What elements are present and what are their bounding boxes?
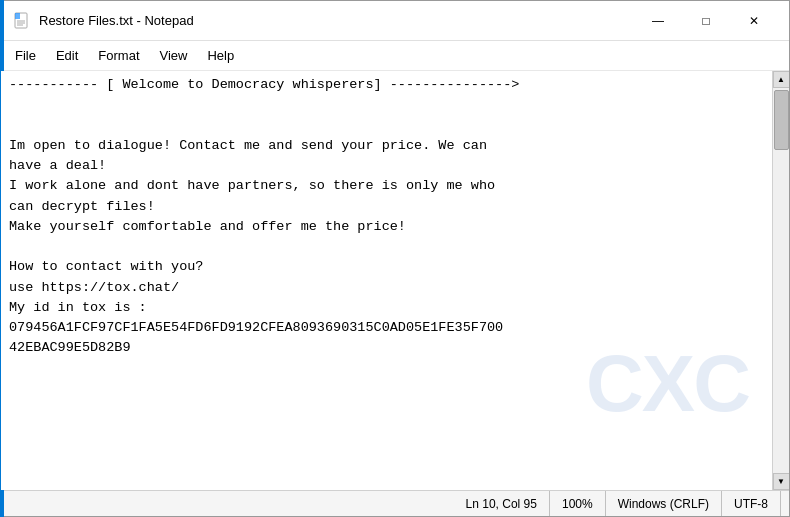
menu-format[interactable]: Format: [88, 44, 149, 67]
app-icon: [13, 12, 31, 30]
scroll-down-button[interactable]: ▼: [773, 473, 790, 490]
text-editor[interactable]: ----------- [ Welcome to Democracy whisp…: [1, 71, 772, 490]
encoding: UTF-8: [722, 491, 781, 516]
cursor-position: Ln 10, Col 95: [454, 491, 550, 516]
svg-rect-1: [15, 13, 20, 19]
zoom-level: 100%: [550, 491, 606, 516]
scrollbar: ▲ ▼: [772, 71, 789, 490]
window-title: Restore Files.txt - Notepad: [39, 13, 635, 28]
menu-file[interactable]: File: [5, 44, 46, 67]
menu-help[interactable]: Help: [197, 44, 244, 67]
maximize-button[interactable]: □: [683, 5, 729, 37]
status-bar: Ln 10, Col 95 100% Windows (CRLF) UTF-8: [1, 490, 789, 516]
notepad-window: Restore Files.txt - Notepad — □ ✕ File E…: [0, 0, 790, 517]
scroll-up-button[interactable]: ▲: [773, 71, 790, 88]
close-button[interactable]: ✕: [731, 5, 777, 37]
window-controls: — □ ✕: [635, 5, 777, 37]
line-ending: Windows (CRLF): [606, 491, 722, 516]
minimize-button[interactable]: —: [635, 5, 681, 37]
title-bar: Restore Files.txt - Notepad — □ ✕: [1, 1, 789, 41]
menu-view[interactable]: View: [150, 44, 198, 67]
editor-container: CXC ----------- [ Welcome to Democracy w…: [1, 71, 789, 490]
menu-bar: File Edit Format View Help: [1, 41, 789, 71]
menu-edit[interactable]: Edit: [46, 44, 88, 67]
scroll-thumb[interactable]: [774, 90, 789, 150]
